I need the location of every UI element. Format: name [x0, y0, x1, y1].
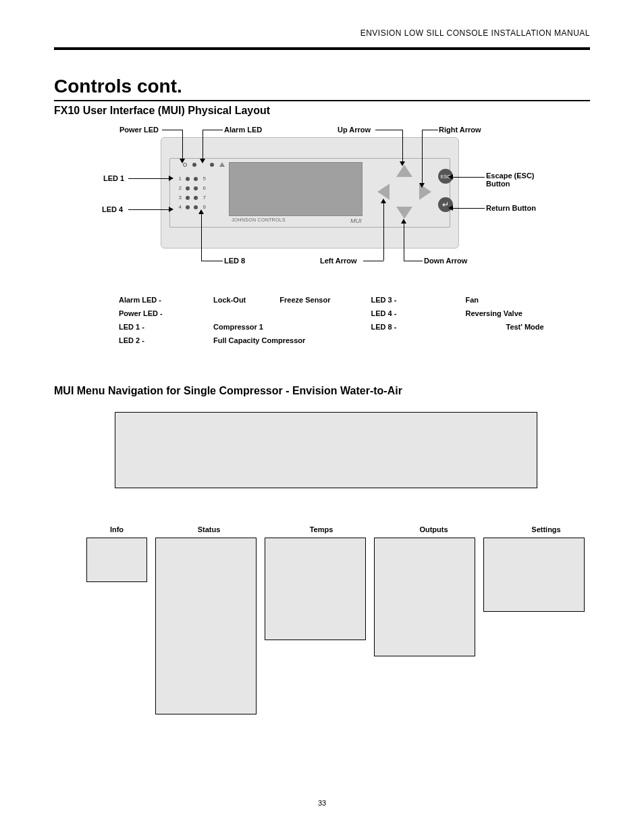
menu-boxes: [86, 538, 597, 727]
callout-line: [383, 203, 384, 261]
led-num: 1: [178, 174, 182, 184]
callout-led1: LED 1: [103, 174, 124, 182]
section-rule: [54, 100, 590, 101]
menu-box-temps: [265, 538, 366, 640]
legend-value: Freeze Sensor: [279, 296, 330, 304]
legend-value: Compressor 1: [213, 323, 263, 331]
led-num: 4: [178, 203, 182, 212]
menu-label-settings: Settings: [495, 525, 597, 533]
callout-right-arrow: Right Arrow: [439, 126, 481, 134]
callout-line: [375, 130, 402, 130]
callout-line: [452, 208, 485, 209]
callout-left-arrow: Left Arrow: [320, 257, 357, 265]
arrowhead-icon: [169, 176, 173, 181]
section-title: Controls cont.: [54, 76, 182, 97]
callout-line: [452, 177, 485, 178]
nav-main-box: [115, 412, 537, 488]
callout-line: [422, 130, 423, 184]
callout-led4: LED 4: [102, 205, 123, 213]
legend-key: LED 4 -: [371, 309, 431, 317]
legend-value: Test' Mode: [506, 323, 543, 331]
led-dot-icon: [192, 163, 196, 167]
legend-key: Alarm LED -: [119, 296, 180, 304]
menu-box-status: [155, 538, 257, 714]
legend-row: LED 2 - Full Capacity Compressor: [119, 336, 330, 344]
callout-alarm-led: Alarm LED: [224, 126, 262, 134]
callout-up-arrow: Up Arrow: [338, 126, 371, 134]
callout-line: [128, 209, 169, 210]
legend-row: LED 8 - Test' Mode: [371, 323, 543, 331]
led-num: 6: [202, 184, 206, 193]
callout-line: [128, 178, 169, 179]
mui-device-panel: 15 26 37 48 JOHNSON CONTROLS MUI ESC: [161, 137, 459, 249]
callout-line: [422, 130, 438, 130]
callout-led8: LED 8: [224, 257, 245, 265]
legend-row: Alarm LED - Lock-Out Freeze Sensor: [119, 296, 330, 304]
header-rule: [54, 47, 590, 50]
menu-box-info: [86, 538, 147, 582]
legend-value: Full Capacity Compressor: [213, 336, 305, 344]
callout-escape: Escape (ESC) Button: [486, 172, 554, 188]
led-num: 7: [202, 193, 206, 203]
legend-value: Fan: [465, 296, 479, 304]
subsection-a: FX10 User Interface (MUI) Physical Layou…: [54, 105, 270, 117]
callout-line: [201, 261, 223, 261]
brand-label: JOHNSON CONTROLS: [232, 217, 286, 222]
callout-line: [162, 130, 182, 130]
legend-key: Power LED -: [119, 309, 180, 317]
arrowhead-icon: [448, 174, 453, 180]
alarm-led-dot-icon: [210, 163, 214, 167]
arrowhead-icon: [180, 159, 185, 163]
numbered-led-grid: 15 26 37 48: [178, 174, 206, 212]
callout-line: [203, 130, 203, 159]
up-arrow-icon[interactable]: [396, 165, 412, 177]
callout-line: [363, 261, 383, 261]
legend-row: LED 3 - Fan: [371, 296, 543, 304]
legend-key: LED 2 -: [119, 336, 180, 344]
legend-row: Power LED -: [119, 309, 330, 317]
led-num: 3: [178, 193, 182, 203]
subsection-b: MUI Menu Navigation for Single Compresso…: [54, 385, 402, 397]
legend-value: Lock-Out: [213, 296, 246, 304]
legend-key: LED 3 -: [371, 296, 431, 304]
callout-line: [203, 130, 223, 130]
arrowhead-icon: [200, 159, 205, 163]
arrowhead-icon: [401, 219, 406, 224]
menu-label-info: Info: [86, 525, 147, 533]
arrowhead-icon: [400, 161, 405, 166]
led-legend: Alarm LED - Lock-Out Freeze Sensor Power…: [119, 296, 556, 344]
callout-line: [402, 130, 403, 162]
led-num: 2: [178, 184, 182, 193]
menu-label-temps: Temps: [271, 525, 372, 533]
arrowhead-icon: [169, 207, 173, 212]
menu-label-status: Status: [159, 525, 260, 533]
callout-power-led: Power LED: [119, 126, 159, 134]
arrowhead-icon: [381, 199, 386, 203]
legend-key: LED 1 -: [119, 323, 180, 331]
down-arrow-icon[interactable]: [396, 207, 412, 219]
callout-down-arrow: Down Arrow: [424, 257, 467, 265]
callout-line: [201, 213, 202, 261]
page-number: 33: [0, 799, 644, 807]
alarm-triangle-icon: [219, 162, 225, 167]
led-num: 5: [202, 174, 206, 184]
callout-line: [404, 261, 423, 261]
legend-key: LED 8 -: [371, 323, 431, 331]
legend-row: LED 4 - Reversing Valve: [371, 309, 543, 317]
mui-text: MUI: [350, 217, 362, 224]
lcd-screen: [229, 162, 363, 216]
dpad: [377, 165, 431, 219]
menu-labels-row: Info Status Temps Outputs Settings: [86, 525, 597, 533]
callout-return: Return Button: [486, 204, 536, 212]
arrowhead-icon: [419, 183, 425, 188]
menu-box-outputs: [374, 538, 475, 656]
callout-line: [404, 223, 404, 261]
left-arrow-icon[interactable]: [377, 184, 390, 200]
menu-box-settings: [483, 538, 585, 612]
manual-header: ENVISION LOW SILL CONSOLE INSTALLATION M…: [360, 28, 590, 38]
menu-label-outputs: Outputs: [383, 525, 485, 533]
callout-line: [182, 130, 183, 159]
legend-row: LED 1 - Compressor 1: [119, 323, 330, 331]
arrowhead-icon: [198, 209, 204, 214]
legend-value: Reversing Valve: [465, 309, 522, 317]
